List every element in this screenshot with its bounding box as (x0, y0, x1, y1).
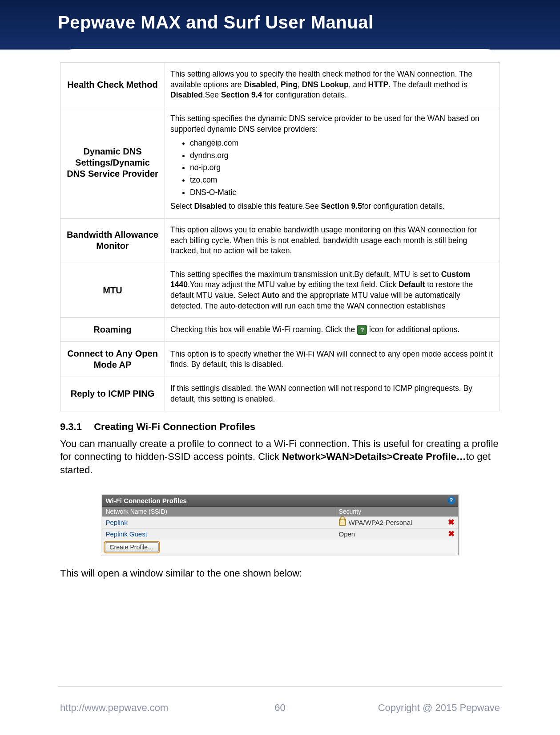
dns-provider-item: dyndns.org (190, 150, 494, 161)
footer-rule (58, 686, 502, 686)
section-title: Creating Wi-Fi Connection Profiles (94, 421, 255, 432)
setting-label: Reply to ICMP PING (60, 377, 165, 411)
dns-provider-item: no-ip.org (190, 162, 494, 173)
help-icon[interactable]: ? (447, 496, 455, 504)
help-icon: ? (357, 325, 367, 335)
setting-description: This setting specifies the maximum trans… (165, 263, 500, 318)
setting-description: This setting specifies the dynamic DNS s… (165, 107, 500, 218)
section-paragraph: You can manually create a profile to con… (60, 437, 500, 477)
page-title: Pepwave MAX and Surf User Manual (58, 12, 374, 32)
footer-url: http://www.pepwave.com (60, 702, 168, 714)
column-header-ssid: Network Name (SSID) (102, 507, 335, 516)
setting-description: This option allows you to enable bandwid… (165, 218, 500, 263)
dns-provider-item: changeip.com (190, 138, 494, 149)
setting-description: Checking this box will enable Wi-Fi roam… (165, 318, 500, 342)
column-header-security: Security (335, 507, 458, 516)
delete-profile-button[interactable]: ✖ (445, 529, 458, 539)
after-screenshot-text: This will open a window similar to the o… (60, 568, 500, 579)
setting-description: If this settingis disabled, the WAN conn… (165, 377, 500, 411)
profile-ssid-link[interactable]: Peplink Guest (102, 528, 335, 540)
profile-row: PeplinkWPA/WPA2-Personal✖ (102, 516, 458, 528)
setting-label: MTU (60, 263, 165, 318)
profile-row: Peplink GuestOpen✖ (102, 528, 458, 540)
dns-provider-item: DNS-O-Matic (190, 187, 494, 198)
create-profile-button[interactable]: Create Profile… (105, 542, 159, 552)
dns-provider-item: tzo.com (190, 175, 494, 186)
setting-label: Dynamic DNS Settings/Dynamic DNS Service… (60, 107, 165, 218)
footer-copyright: Copyright @ 2015 Pepwave (378, 702, 500, 714)
profile-security: Open (335, 528, 445, 540)
section-number: 9.3.1 (60, 421, 91, 433)
wifi-profiles-screenshot: Wi-Fi Connection Profiles ? Network Name… (102, 495, 459, 555)
settings-table: Health Check MethodThis setting allows y… (60, 62, 500, 411)
profile-security: WPA/WPA2-Personal (335, 517, 445, 528)
setting-label: Connect to Any Open Mode AP (60, 342, 165, 377)
setting-label: Health Check Method (60, 63, 165, 107)
panel-title: Wi-Fi Connection Profiles (106, 497, 187, 504)
profile-ssid-link[interactable]: Peplink (102, 517, 335, 528)
setting-description: This setting allows you to specify the h… (165, 63, 500, 107)
delete-profile-button[interactable]: ✖ (445, 517, 458, 527)
setting-description: This option is to specify whether the Wi… (165, 342, 500, 377)
setting-label: Roaming (60, 318, 165, 342)
section-heading: 9.3.1 Creating Wi-Fi Connection Profiles (60, 421, 500, 433)
lock-icon (339, 519, 346, 526)
setting-label: Bandwidth Allowance Monitor (60, 218, 165, 263)
